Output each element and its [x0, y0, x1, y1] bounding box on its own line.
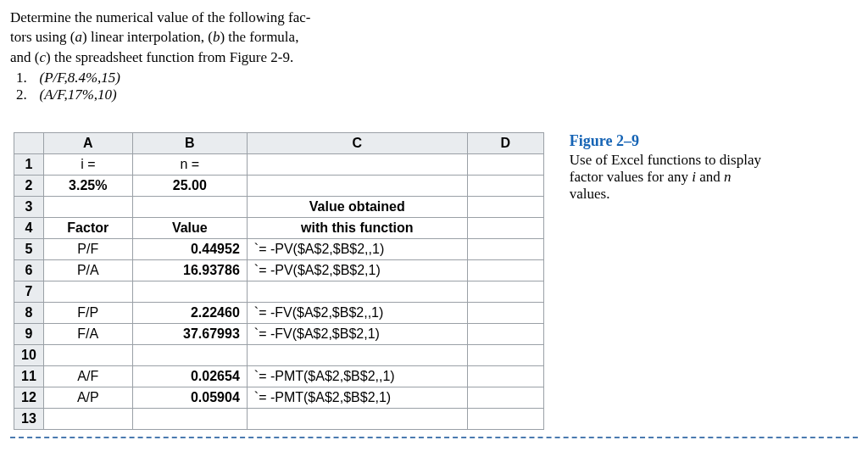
- cell-a1[interactable]: i =: [43, 153, 132, 175]
- table-row: 10: [14, 344, 544, 365]
- row-header: 4: [14, 217, 44, 238]
- row-header: 7: [14, 281, 44, 302]
- cell-a4[interactable]: Factor: [43, 217, 132, 238]
- cell-b7[interactable]: [132, 281, 247, 302]
- problem-statement: Determine the numerical value of the fol…: [10, 8, 858, 103]
- cell-b10[interactable]: [132, 344, 247, 365]
- column-header-a: A: [43, 132, 132, 153]
- cell-b3[interactable]: [132, 196, 247, 217]
- row-header: 2: [14, 175, 44, 196]
- cell-c12[interactable]: `= -PMT($A$2,$B$2,1): [247, 387, 467, 408]
- cell-d5[interactable]: [467, 238, 543, 259]
- table-row: 13: [14, 408, 544, 429]
- table-row: 12 A/P 0.05904 `= -PMT($A$2,$B$2,1): [14, 387, 544, 408]
- cell-b11[interactable]: 0.02654: [132, 365, 247, 387]
- figure-title: Figure 2–9: [570, 132, 761, 150]
- cell-d6[interactable]: [467, 259, 543, 281]
- cell-a7[interactable]: [43, 281, 132, 302]
- cell-b12[interactable]: 0.05904: [132, 387, 247, 408]
- cell-d11[interactable]: [467, 365, 543, 387]
- spreadsheet-wrapper: Enter requested i and n A B C D 1 i = n …: [14, 132, 544, 430]
- cell-c7[interactable]: [247, 281, 467, 302]
- cell-d2[interactable]: [467, 175, 543, 196]
- row-header: 11: [14, 365, 44, 387]
- figure-caption: Figure 2–9 Use of Excel functions to dis…: [570, 132, 761, 203]
- caption-line3: values.: [570, 186, 761, 203]
- spreadsheet-table: A B C D 1 i = n = 2 3.25% 25.00 3: [14, 132, 544, 430]
- table-header-row: A B C D: [14, 132, 544, 153]
- table-row: 4 Factor Value with this function: [14, 217, 544, 238]
- cell-b6[interactable]: 16.93786: [132, 259, 247, 281]
- cell-c8[interactable]: `= -FV($A$2,$B$2,,1): [247, 302, 467, 323]
- cell-b4[interactable]: Value: [132, 217, 247, 238]
- cell-d13[interactable]: [467, 408, 543, 429]
- table-row: 3 Value obtained: [14, 196, 544, 217]
- cell-b2[interactable]: 25.00: [132, 175, 247, 196]
- row-header: 12: [14, 387, 44, 408]
- intro-line2b: ) linear interpolation, (: [82, 29, 213, 45]
- cell-d7[interactable]: [467, 281, 543, 302]
- cell-a5[interactable]: P/F: [43, 238, 132, 259]
- row-header: 10: [14, 344, 44, 365]
- cell-c1[interactable]: [247, 153, 467, 175]
- table-row: 6 P/A 16.93786 `= -PV($A$2,$B$2,1): [14, 259, 544, 281]
- cell-c11[interactable]: `= -PMT($A$2,$B$2,,1): [247, 365, 467, 387]
- cell-a10[interactable]: [43, 344, 132, 365]
- cell-d10[interactable]: [467, 344, 543, 365]
- problem-item-1: (P/F,8.4%,15): [31, 70, 858, 86]
- cell-a2[interactable]: 3.25%: [43, 175, 132, 196]
- cell-a12[interactable]: A/P: [43, 387, 132, 408]
- cell-d9[interactable]: [467, 323, 543, 344]
- cell-d1[interactable]: [467, 153, 543, 175]
- figure-wrapper: Enter requested i and n A B C D 1 i = n …: [10, 132, 858, 438]
- problem-list: (P/F,8.4%,15) (A/F,17%,10): [10, 70, 858, 103]
- intro-line3a: and (: [10, 49, 39, 65]
- intro-line1: Determine the numerical value of the fol…: [10, 9, 311, 25]
- cell-a6[interactable]: P/A: [43, 259, 132, 281]
- table-row: 5 P/F 0.44952 `= -PV($A$2,$B$2,,1): [14, 238, 544, 259]
- cell-c6[interactable]: `= -PV($A$2,$B$2,1): [247, 259, 467, 281]
- cell-b13[interactable]: [132, 408, 247, 429]
- cell-d12[interactable]: [467, 387, 543, 408]
- column-header-c: C: [247, 132, 467, 153]
- table-row: 1 i = n =: [14, 153, 544, 175]
- cell-a8[interactable]: F/P: [43, 302, 132, 323]
- row-header: 3: [14, 196, 44, 217]
- cell-c2[interactable]: [247, 175, 467, 196]
- cell-c4[interactable]: with this function: [247, 217, 467, 238]
- cell-a9[interactable]: F/A: [43, 323, 132, 344]
- row-header: 13: [14, 408, 44, 429]
- cell-a3[interactable]: [43, 196, 132, 217]
- cell-b8[interactable]: 2.22460: [132, 302, 247, 323]
- caption-line2: factor values for any i and n: [570, 169, 761, 186]
- cell-c9[interactable]: `= -FV($A$2,$B$2,1): [247, 323, 467, 344]
- intro-line2-a: a: [75, 29, 83, 45]
- column-header-d: D: [467, 132, 543, 153]
- table-row: 2 3.25% 25.00: [14, 175, 544, 196]
- row-header: 1: [14, 153, 44, 175]
- cell-a11[interactable]: A/F: [43, 365, 132, 387]
- intro-line3b: ) the spreadsheet function from Figure 2…: [46, 49, 293, 65]
- cell-c10[interactable]: [247, 344, 467, 365]
- intro-line3-c: c: [39, 49, 46, 65]
- row-header: 9: [14, 323, 44, 344]
- table-row: 7: [14, 281, 544, 302]
- cell-c5[interactable]: `= -PV($A$2,$B$2,,1): [247, 238, 467, 259]
- cell-d3[interactable]: [467, 196, 543, 217]
- cell-b9[interactable]: 37.67993: [132, 323, 247, 344]
- cell-b1[interactable]: n =: [132, 153, 247, 175]
- table-row: 8 F/P 2.22460 `= -FV($A$2,$B$2,,1): [14, 302, 544, 323]
- cell-b5[interactable]: 0.44952: [132, 238, 247, 259]
- cell-d4[interactable]: [467, 217, 543, 238]
- row-header: 6: [14, 259, 44, 281]
- intro-line2a: tors using (: [10, 29, 75, 45]
- table-row: 11 A/F 0.02654 `= -PMT($A$2,$B$2,,1): [14, 365, 544, 387]
- row-header: 5: [14, 238, 44, 259]
- table-row: 9 F/A 37.67993 `= -FV($A$2,$B$2,1): [14, 323, 544, 344]
- cell-c13[interactable]: [247, 408, 467, 429]
- cell-d8[interactable]: [467, 302, 543, 323]
- cell-c3[interactable]: Value obtained: [247, 196, 467, 217]
- caption-line1: Use of Excel functions to display: [570, 152, 761, 169]
- intro-line2c: ) the formula,: [220, 29, 298, 45]
- cell-a13[interactable]: [43, 408, 132, 429]
